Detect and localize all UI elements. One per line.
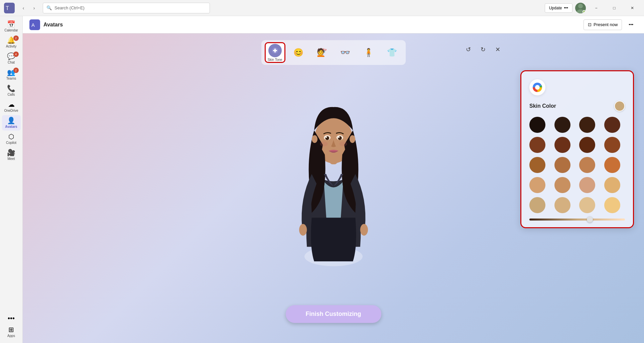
- customization-tab-bar: Skin Tone 😊 💇 👓 🧍: [261, 40, 406, 65]
- sidebar-item-teams[interactable]: 👥 2 Teams: [2, 67, 21, 82]
- svg-point-18: [311, 135, 317, 143]
- sidebar-item-meet[interactable]: 🎥 Meet: [2, 147, 21, 163]
- color-swatch-3[interactable]: [579, 117, 595, 133]
- color-swatch-11[interactable]: [579, 157, 595, 173]
- header-right: ⊡ Present now •••: [584, 19, 637, 30]
- sidebar-item-onedrive[interactable]: ☁ OneDrive: [2, 99, 21, 114]
- calls-icon: 📞: [7, 85, 15, 92]
- header-more-button[interactable]: •••: [625, 19, 637, 30]
- svg-point-16: [320, 142, 328, 147]
- nav-buttons: ‹ ›: [19, 3, 39, 13]
- more-icon: •••: [8, 315, 15, 322]
- sidebar-item-label: Activity: [6, 45, 17, 48]
- sidebar-item-activity[interactable]: 🔔 2 Activity: [2, 35, 21, 50]
- user-avatar[interactable]: [575, 3, 586, 13]
- color-swatch-18[interactable]: [554, 197, 570, 213]
- color-swatch-9[interactable]: [529, 157, 545, 173]
- hair-tab-icon: 💇: [317, 48, 327, 57]
- sidebar-item-chat[interactable]: 💬 4 Chat: [2, 51, 21, 66]
- search-icon: 🔍: [46, 5, 52, 10]
- color-swatch-2[interactable]: [554, 117, 570, 133]
- minimize-button[interactable]: −: [589, 3, 604, 13]
- avatars-icon: 👤: [7, 117, 15, 124]
- panel-logo: [529, 79, 545, 95]
- sidebar-item-label: Apps: [7, 334, 15, 338]
- search-placeholder: Search (Ctrl+E): [54, 5, 85, 10]
- tab-face[interactable]: 😊: [288, 42, 309, 63]
- svg-point-19: [349, 135, 355, 143]
- color-swatch-1[interactable]: [529, 117, 545, 133]
- accessories-tab-icon: 👓: [340, 48, 350, 57]
- redo-button[interactable]: ↻: [477, 44, 489, 56]
- tab-skin-tone-label: Skin Tone: [268, 58, 282, 62]
- color-swatch-19[interactable]: [579, 197, 595, 213]
- teams-badge: 2: [13, 68, 19, 73]
- sidebar-item-label: Avatars: [5, 125, 17, 128]
- avatar-preview: [267, 74, 400, 274]
- tab-body[interactable]: 🧍: [358, 42, 379, 63]
- sidebar-item-copilot[interactable]: ⬡ Copilot: [2, 131, 21, 147]
- svg-rect-6: [273, 50, 277, 51]
- apps-icon: ⊞: [8, 326, 14, 333]
- editor-controls: ↺ ↻ ✕: [462, 44, 504, 56]
- color-swatch-15[interactable]: [579, 177, 595, 193]
- titlebar-right: Update ••• − □ ✕: [545, 3, 640, 13]
- chat-badge: 4: [13, 52, 19, 57]
- color-swatch-7[interactable]: [579, 137, 595, 153]
- slider-thumb[interactable]: [587, 217, 593, 223]
- color-swatch-16[interactable]: [604, 177, 620, 193]
- avatar-figure: [270, 77, 397, 271]
- sidebar-item-label: Calls: [7, 93, 15, 96]
- skin-color-title: Skin Color: [529, 103, 556, 109]
- skin-color-grid: [529, 117, 625, 213]
- sidebar-item-label: Chat: [8, 61, 15, 64]
- skin-color-panel: Skin Color: [520, 70, 634, 228]
- sidebar-item-apps[interactable]: ⊞ Apps: [2, 324, 21, 340]
- panel-title-row: Skin Color: [529, 101, 625, 111]
- skin-tone-slider[interactable]: [529, 219, 625, 221]
- search-bar[interactable]: 🔍 Search (Ctrl+E): [43, 3, 210, 13]
- color-swatch-12[interactable]: [604, 157, 620, 173]
- sidebar-item-more[interactable]: •••: [2, 313, 21, 324]
- color-swatch-17[interactable]: [529, 197, 545, 213]
- tab-skin-tone[interactable]: Skin Tone: [265, 42, 285, 63]
- close-editor-button[interactable]: ✕: [492, 44, 504, 56]
- update-button[interactable]: Update •••: [545, 3, 572, 13]
- meet-icon: 🎥: [7, 149, 15, 156]
- color-swatch-4[interactable]: [604, 117, 620, 133]
- forward-button[interactable]: ›: [29, 3, 39, 13]
- undo-button[interactable]: ↺: [462, 44, 474, 56]
- sidebar-item-calls[interactable]: 📞 Calls: [2, 83, 21, 98]
- svg-text:T: T: [6, 5, 9, 11]
- titlebar: T ‹ › 🔍 Search (Ctrl+E) Update ••• − □ ✕: [0, 0, 644, 16]
- sidebar-item-label: Meet: [7, 157, 15, 161]
- svg-text:A: A: [31, 22, 35, 28]
- onedrive-icon: ☁: [8, 101, 15, 108]
- svg-point-15: [338, 137, 339, 138]
- tab-hair[interactable]: 💇: [311, 42, 332, 63]
- color-swatch-13[interactable]: [529, 177, 545, 193]
- color-swatch-14[interactable]: [554, 177, 570, 193]
- color-swatch-10[interactable]: [554, 157, 570, 173]
- back-button[interactable]: ‹: [19, 3, 28, 13]
- sidebar-item-label: Teams: [6, 77, 16, 80]
- color-swatch-20[interactable]: [604, 197, 620, 213]
- svg-point-1: [578, 4, 583, 8]
- face-tab-icon: 😊: [293, 48, 303, 57]
- sidebar-item-calendar[interactable]: 📅 Calendar: [2, 19, 21, 34]
- clothing-tab-icon: 👕: [387, 48, 397, 57]
- close-button[interactable]: ✕: [625, 3, 640, 13]
- color-swatch-8[interactable]: [604, 137, 620, 153]
- selected-color-swatch[interactable]: [614, 101, 625, 111]
- finish-customizing-button[interactable]: Finish Customizing: [286, 305, 381, 323]
- maximize-button[interactable]: □: [607, 3, 622, 13]
- online-status-badge: [583, 10, 586, 13]
- avatar-workspace: Skin Tone 😊 💇 👓 🧍: [23, 33, 644, 343]
- color-swatch-6[interactable]: [554, 137, 570, 153]
- activity-badge: 2: [13, 35, 19, 41]
- sidebar-item-avatars[interactable]: 👤 Avatars: [2, 115, 21, 131]
- tab-accessories[interactable]: 👓: [335, 42, 356, 63]
- tab-clothing[interactable]: 👕: [382, 42, 402, 63]
- present-now-button[interactable]: ⊡ Present now: [584, 19, 622, 30]
- color-swatch-5[interactable]: [529, 137, 545, 153]
